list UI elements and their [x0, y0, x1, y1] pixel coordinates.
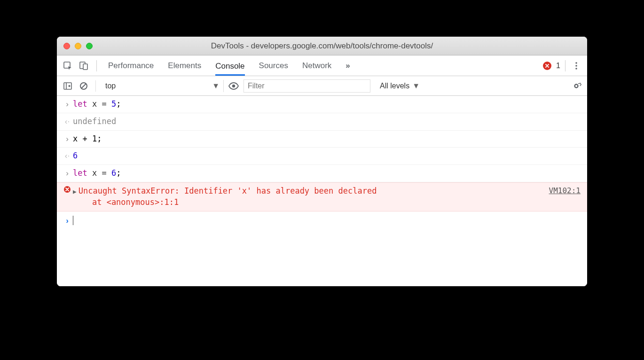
- tab-console[interactable]: Console: [215, 57, 244, 76]
- tab-sources[interactable]: Sources: [259, 56, 288, 75]
- console-input-row: › let x = 6;: [57, 165, 587, 182]
- output-caret-icon: ‹·: [62, 116, 73, 127]
- console-result: 6: [73, 150, 581, 162]
- tabs-overflow[interactable]: »: [346, 56, 350, 75]
- console-code: x + 1;: [73, 133, 581, 145]
- console-error-row: ▶Uncaught SyntaxError: Identifier 'x' ha…: [57, 182, 587, 211]
- error-count[interactable]: 1: [556, 62, 560, 70]
- error-message[interactable]: ▶Uncaught SyntaxError: Identifier 'x' ha…: [73, 186, 540, 208]
- devtools-window: DevTools - developers.google.com/web/too…: [57, 37, 587, 286]
- text-cursor: [73, 216, 73, 225]
- tab-performance[interactable]: Performance: [108, 56, 154, 75]
- tab-elements[interactable]: Elements: [168, 56, 201, 75]
- console-code: let x = 6;: [73, 168, 581, 179]
- input-caret-icon: ›: [62, 133, 73, 145]
- console-output-row: ‹· 6: [57, 148, 587, 165]
- svg-rect-2: [83, 64, 87, 70]
- console-prompt-row[interactable]: ›: [57, 211, 587, 230]
- console-output-row: ‹· undefined: [57, 113, 587, 131]
- window-title: DevTools - developers.google.com/web/too…: [57, 41, 587, 51]
- svg-point-9: [575, 85, 578, 87]
- panel-tabs: Performance Elements Console Sources Net…: [108, 56, 539, 75]
- input-caret-icon: ›: [62, 99, 73, 110]
- kebab-menu-icon[interactable]: [570, 60, 582, 72]
- console-subbar: top ▼ All levels ▼: [57, 76, 587, 96]
- svg-point-3: [575, 62, 577, 64]
- console-output: › let x = 5; ‹· undefined › x + 1; ‹· 6 …: [57, 96, 587, 286]
- device-toolbar-icon[interactable]: [78, 60, 90, 72]
- toolbar-divider: [96, 60, 97, 71]
- close-window-button[interactable]: [63, 43, 70, 49]
- console-input-row: › let x = 5;: [57, 96, 587, 113]
- console-code: let x = 5;: [73, 99, 581, 110]
- console-settings-icon[interactable]: [570, 80, 582, 92]
- output-caret-icon: ‹·: [62, 150, 73, 162]
- execution-context-select[interactable]: top ▼: [102, 80, 224, 92]
- minimize-window-button[interactable]: [75, 43, 81, 49]
- chevron-down-icon: ▼: [212, 82, 220, 90]
- titlebar: DevTools - developers.google.com/web/too…: [57, 37, 587, 55]
- chevron-down-icon: ▼: [412, 82, 420, 90]
- main-toolbar: Performance Elements Console Sources Net…: [57, 55, 587, 76]
- error-icon: [62, 186, 73, 193]
- error-badge-icon[interactable]: [543, 62, 551, 70]
- input-caret-icon: ›: [62, 168, 73, 179]
- svg-point-8: [232, 84, 235, 87]
- inspect-element-icon[interactable]: [62, 60, 74, 72]
- console-result: undefined: [73, 116, 581, 127]
- traffic-lights: [63, 43, 93, 49]
- toolbar-sep: [565, 60, 565, 71]
- svg-point-5: [575, 68, 577, 70]
- log-levels-label: All levels: [380, 82, 409, 90]
- toggle-sidebar-icon[interactable]: [62, 80, 74, 92]
- prompt-caret-icon: ›: [62, 215, 73, 227]
- tab-network[interactable]: Network: [302, 56, 331, 75]
- error-source-link[interactable]: VM102:1: [540, 186, 581, 196]
- execution-context-label: top: [105, 82, 116, 90]
- subbar-sep: [95, 80, 96, 92]
- filter-input[interactable]: [243, 79, 370, 93]
- log-levels-select[interactable]: All levels ▼: [374, 82, 420, 90]
- expand-triangle-icon[interactable]: ▶: [73, 188, 77, 195]
- toolbar-right: 1: [543, 60, 582, 72]
- clear-console-icon[interactable]: [78, 80, 90, 92]
- live-expression-icon[interactable]: [228, 80, 240, 92]
- console-input-row: › x + 1;: [57, 131, 587, 148]
- svg-point-4: [575, 65, 577, 67]
- zoom-window-button[interactable]: [86, 43, 93, 49]
